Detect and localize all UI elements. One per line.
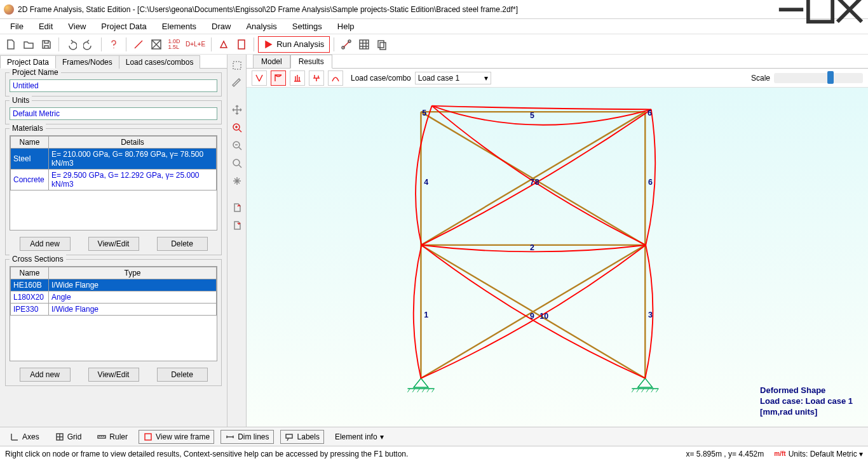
svg-text:8: 8	[535, 178, 539, 187]
open-file-button[interactable]	[20, 36, 37, 53]
svg-rect-0	[808, 0, 832, 22]
zoom-out-icon[interactable]	[230, 138, 244, 152]
save-file-button[interactable]	[38, 36, 55, 53]
svg-rect-7	[380, 43, 386, 50]
result-canvas[interactable]: 1 2 3 4 5 6 7 8 9 10 5 6 Deformed Shape …	[247, 88, 868, 427]
export-doc-icon[interactable]	[230, 201, 244, 215]
menu-project-data[interactable]: Project Data	[93, 20, 154, 32]
sections-col-name: Name	[11, 267, 49, 279]
materials-table[interactable]: Name Details SteelE= 210.000 GPa, G= 80.…	[10, 136, 217, 190]
menubar: File Edit View Project Data Elements Dra…	[0, 19, 868, 34]
svg-text:6: 6	[648, 109, 652, 117]
select-icon[interactable]	[230, 58, 244, 72]
toolbar: 1.0D1.5L D+L+E Run Analysis	[0, 34, 868, 55]
table-row[interactable]: HE160BI/Wide Flange	[11, 279, 217, 291]
materials-col-details: Details	[49, 137, 217, 149]
sections-edit-button[interactable]: View/Edit	[88, 368, 139, 382]
units-input[interactable]	[10, 107, 217, 120]
element-info-dropdown[interactable]: Element info ▾	[330, 431, 388, 443]
sections-table[interactable]: Name Type HE160BI/Wide Flange L180X20Ang…	[10, 267, 217, 316]
undo-button[interactable]	[63, 36, 79, 53]
load-combo-button[interactable]: 1.0D1.5L	[166, 36, 182, 53]
ruler-toggle[interactable]: Ruler	[92, 430, 132, 444]
tab-project-data[interactable]: Project Data	[0, 55, 56, 69]
tab-model[interactable]: Model	[253, 55, 290, 69]
minimize-button[interactable]	[776, 0, 806, 19]
svg-rect-8	[233, 62, 241, 69]
menu-edit[interactable]: Edit	[31, 20, 60, 32]
axes-toggle[interactable]: Axes	[5, 430, 44, 444]
status-units[interactable]: Units: Default Metric ▾	[789, 450, 863, 458]
help-button[interactable]	[105, 36, 122, 53]
grid-toggle[interactable]: Grid	[50, 430, 86, 444]
result-shear-icon[interactable]	[309, 70, 324, 86]
materials-delete-button[interactable]: Delete	[157, 237, 208, 251]
units-icon: m/ft	[774, 450, 785, 457]
project-name-input[interactable]	[10, 79, 217, 92]
run-analysis-label: Run Analysis	[276, 39, 324, 49]
maximize-button[interactable]	[806, 0, 835, 19]
result-axial-icon[interactable]	[290, 70, 305, 86]
table-row[interactable]: ConcreteE= 29.500 GPa, G= 12.292 GPa, γ=…	[11, 170, 217, 190]
pan-icon[interactable]	[230, 103, 244, 117]
svg-text:5: 5	[422, 109, 426, 117]
materials-legend: Materials	[10, 124, 46, 133]
zoom-extent-icon[interactable]	[230, 174, 244, 188]
close-button[interactable]	[835, 0, 864, 19]
result-moment-icon[interactable]	[328, 70, 343, 86]
table-row[interactable]: SteelE= 210.000 GPa, G= 80.769 GPa, γ= 7…	[11, 149, 217, 170]
zoom-window-icon[interactable]	[230, 156, 244, 170]
support-button[interactable]	[215, 36, 232, 53]
canvas-area: Model Results Load case/combo Load case …	[247, 55, 868, 427]
table-row[interactable]: L180X20Angle	[11, 291, 217, 304]
sections-group: Cross Sections Name Type HE160BI/Wide Fl…	[5, 259, 222, 386]
svg-rect-5	[360, 40, 369, 49]
result-deformed-icon[interactable]	[271, 70, 286, 86]
frame-tool-button[interactable]	[130, 36, 147, 53]
tab-load-cases[interactable]: Load cases/combos	[119, 55, 201, 69]
pencil-icon[interactable]	[230, 76, 244, 90]
sections-delete-button[interactable]: Delete	[157, 368, 208, 382]
materials-col-name: Name	[11, 137, 49, 149]
new-file-button[interactable]	[3, 36, 19, 53]
node-tool-button[interactable]	[148, 36, 165, 53]
sections-add-button[interactable]: Add new	[20, 368, 71, 382]
wireframe-toggle[interactable]: View wire frame	[139, 430, 214, 444]
tab-frames-nodes[interactable]: Frames/Nodes	[55, 55, 119, 69]
menu-elements[interactable]: Elements	[154, 20, 204, 32]
menu-help[interactable]: Help	[330, 20, 362, 32]
menu-file[interactable]: File	[3, 20, 31, 32]
release-button[interactable]	[338, 36, 355, 53]
materials-add-button[interactable]: Add new	[20, 237, 71, 251]
status-hint: Right click on node or frame to view det…	[5, 450, 408, 458]
load-button[interactable]	[233, 36, 250, 53]
labels-toggle[interactable]: Labels	[280, 430, 324, 444]
dl-combo-button[interactable]: D+L+E	[184, 36, 207, 53]
import-doc-icon[interactable]	[230, 218, 244, 232]
zoom-in-icon[interactable]	[230, 121, 244, 135]
menu-draw[interactable]: Draw	[204, 20, 238, 32]
deformed-shape-label: Deformed Shape Load case: Load case 1 [m…	[760, 385, 853, 418]
view-options-bar: Axes Grid Ruler View wire frame Dim line…	[0, 427, 868, 446]
svg-text:6: 6	[648, 178, 653, 187]
load-case-select[interactable]: Load case 1▾	[415, 72, 491, 84]
svg-point-11	[233, 159, 240, 166]
menu-view[interactable]: View	[60, 20, 93, 32]
table-row[interactable]: IPE330I/Wide Flange	[11, 304, 217, 316]
result-reactions-icon[interactable]	[252, 70, 267, 86]
menu-settings[interactable]: Settings	[285, 20, 330, 32]
materials-edit-button[interactable]: View/Edit	[88, 237, 139, 251]
svg-rect-6	[378, 41, 384, 48]
table-button[interactable]	[356, 36, 372, 53]
scale-slider[interactable]	[774, 73, 863, 83]
menu-analysis[interactable]: Analysis	[238, 20, 284, 32]
dimlines-toggle[interactable]: Dim lines	[220, 430, 273, 444]
svg-text:9: 9	[530, 312, 534, 321]
run-analysis-button[interactable]: Run Analysis	[258, 36, 330, 53]
svg-text:7: 7	[530, 178, 534, 187]
materials-group: Materials Name Details SteelE= 210.000 G…	[5, 128, 222, 255]
svg-rect-27	[145, 434, 151, 440]
copy-button[interactable]	[374, 36, 390, 53]
redo-button[interactable]	[81, 36, 97, 53]
tab-results[interactable]: Results	[290, 55, 332, 69]
